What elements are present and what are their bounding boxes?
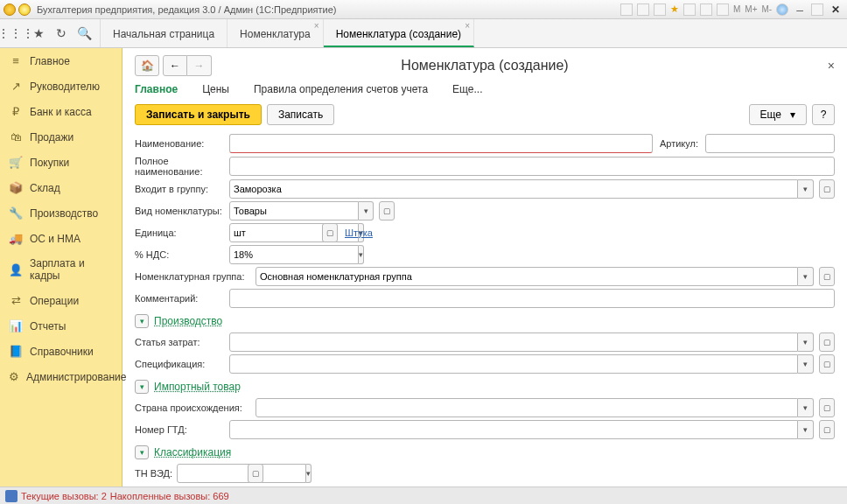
info-icon[interactable] — [776, 4, 788, 16]
open-button[interactable]: ▢ — [819, 179, 835, 199]
sidebar-icon: 📦 — [9, 181, 23, 194]
status-icon[interactable] — [5, 490, 18, 502]
tab-nomenclature[interactable]: Номенклатура× — [228, 19, 324, 47]
collapse-icon[interactable]: ▾ — [135, 445, 149, 459]
dropdown-button[interactable]: ▾ — [798, 179, 814, 199]
sidebar-icon: 👤 — [9, 263, 23, 276]
group-input[interactable] — [229, 179, 798, 199]
sidebar-item-11[interactable]: 📘Справочники — [0, 339, 122, 364]
fullname-input[interactable] — [229, 157, 835, 176]
sidebar-label: Склад — [30, 182, 60, 194]
dropdown-button[interactable]: ▾ — [359, 201, 374, 220]
type-input[interactable] — [229, 201, 359, 220]
vat-input[interactable] — [229, 245, 359, 264]
tb-tool-2[interactable] — [637, 4, 649, 16]
star-icon[interactable]: ★ — [32, 26, 46, 40]
sidebar-item-6[interactable]: 🔧Производство — [0, 200, 122, 226]
costitem-input[interactable] — [229, 332, 798, 352]
search-icon[interactable]: 🔍 — [77, 26, 91, 40]
tb-tool-3[interactable] — [654, 4, 666, 16]
article-input[interactable] — [705, 134, 835, 153]
subtab-main[interactable]: Главное — [135, 83, 178, 95]
open-button[interactable]: ▢ — [819, 332, 835, 352]
nmgroup-input[interactable] — [256, 267, 798, 286]
subtab-accounts[interactable]: Правила определения счетов учета — [254, 83, 428, 95]
dropdown-button[interactable]: ▾ — [798, 332, 814, 352]
page-title: Номенклатура (создание) — [401, 58, 568, 74]
more-button[interactable]: Еще▾ — [749, 104, 807, 125]
section-import[interactable]: Импортный товар — [154, 381, 241, 393]
forward-button[interactable]: → — [187, 55, 212, 76]
app-icon-1c — [4, 4, 16, 16]
sidebar-item-3[interactable]: 🛍Продажи — [0, 124, 122, 150]
memory-mminus[interactable]: M- — [762, 4, 773, 14]
comment-input[interactable] — [229, 289, 835, 308]
apps-icon[interactable]: ⋮⋮⋮ — [9, 26, 23, 40]
open-button[interactable]: ▢ — [379, 201, 395, 220]
unit-input[interactable] — [229, 223, 359, 242]
tb-tool-5[interactable] — [700, 4, 712, 16]
favorite-icon[interactable]: ★ — [670, 4, 679, 15]
sidebar-item-9[interactable]: ⇄Операции — [0, 288, 122, 313]
sidebar-item-0[interactable]: ≡Главное — [0, 48, 122, 74]
close-button[interactable]: ✕ — [828, 4, 844, 16]
history-icon[interactable]: ↻ — [54, 26, 68, 40]
name-input[interactable] — [229, 134, 653, 153]
dropdown-button[interactable]: ▾ — [798, 354, 814, 374]
tb-tool-6[interactable] — [717, 4, 729, 16]
sidebar-item-8[interactable]: 👤Зарплата и кадры — [0, 251, 122, 288]
subtab-more[interactable]: Еще... — [452, 83, 482, 95]
sidebar-label: Справочники — [30, 346, 94, 358]
save-close-button[interactable]: Записать и закрыть — [135, 104, 262, 125]
panel-close-icon[interactable]: × — [828, 59, 835, 73]
open-button[interactable]: ▢ — [322, 223, 338, 242]
dropdown-button[interactable]: ▾ — [798, 398, 814, 417]
tab-nomenclature-create[interactable]: Номенклатура (создание)× — [324, 19, 474, 47]
subtab-prices[interactable]: Цены — [202, 83, 229, 95]
dropdown-button[interactable]: ▾ — [359, 245, 364, 264]
label-gtd: Номер ГТД: — [135, 424, 229, 435]
dropdown-button[interactable]: ▾ — [306, 464, 312, 483]
open-button[interactable]: ▢ — [819, 267, 835, 286]
label-name: Наименование: — [135, 138, 229, 149]
help-button[interactable]: ? — [812, 104, 835, 125]
memory-m[interactable]: M — [733, 4, 740, 14]
open-button[interactable]: ▢ — [819, 398, 835, 417]
sidebar-item-12[interactable]: ⚙Администрирование — [0, 364, 122, 389]
collapse-icon[interactable]: ▾ — [135, 314, 149, 328]
sidebar-item-1[interactable]: ↗Руководителю — [0, 74, 122, 99]
collapse-icon[interactable]: ▾ — [135, 380, 149, 394]
home-button[interactable]: 🏠 — [135, 55, 159, 76]
tb-tool-1[interactable] — [620, 4, 633, 16]
tab-close-icon[interactable]: × — [465, 21, 470, 31]
maximize-button[interactable] — [811, 4, 823, 16]
sidebar-icon: 🛒 — [9, 156, 23, 169]
gtd-input[interactable] — [229, 420, 798, 439]
subtabs: Главное Цены Правила определения счетов … — [135, 80, 835, 104]
sidebar-item-4[interactable]: 🛒Покупки — [0, 150, 122, 175]
origin-input[interactable] — [256, 398, 798, 417]
sidebar-item-5[interactable]: 📦Склад — [0, 175, 122, 200]
app-icon-drop[interactable] — [18, 4, 31, 16]
open-button[interactable]: ▢ — [819, 420, 835, 439]
tab-home[interactable]: Начальная страница — [101, 19, 228, 47]
back-button[interactable]: ← — [163, 55, 187, 76]
dropdown-button[interactable]: ▾ — [798, 420, 814, 439]
sidebar-label: Руководителю — [30, 80, 100, 93]
memory-mplus[interactable]: M+ — [745, 4, 757, 14]
tb-tool-4[interactable] — [683, 4, 696, 16]
section-class[interactable]: Классификация — [154, 446, 231, 458]
open-button[interactable]: ▢ — [819, 354, 835, 374]
section-production[interactable]: Производство — [154, 315, 222, 327]
unit-link[interactable]: Штука — [345, 228, 373, 238]
sidebar-item-10[interactable]: 📊Отчеты — [0, 313, 122, 339]
tnved-input[interactable] — [177, 464, 306, 483]
save-button[interactable]: Записать — [267, 104, 334, 125]
spec-input[interactable] — [229, 354, 798, 374]
sidebar-item-2[interactable]: ₽Банк и касса — [0, 99, 122, 124]
minimize-button[interactable]: – — [793, 3, 807, 17]
sidebar-item-7[interactable]: 🚚ОС и НМА — [0, 226, 122, 251]
tab-close-icon[interactable]: × — [314, 21, 319, 31]
dropdown-button[interactable]: ▾ — [798, 267, 814, 286]
open-button[interactable]: ▢ — [248, 464, 263, 483]
